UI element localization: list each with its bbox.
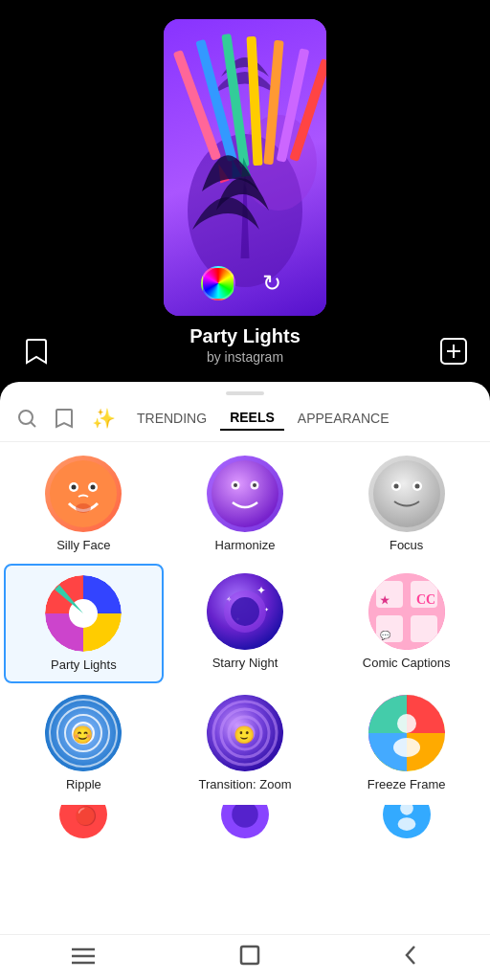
partial-row: 🔴	[0, 805, 490, 853]
tabs-row: ✨ TRENDING REELS APPEARANCE	[0, 395, 490, 442]
tab-appearance[interactable]: APPEARANCE	[288, 407, 399, 430]
tab-trending[interactable]: TRENDING	[127, 407, 216, 430]
effect-item-transition-zoom[interactable]: 🙂 Transition: Zoom	[166, 685, 325, 801]
transition-zoom-icon: 🙂	[207, 695, 283, 771]
svg-text:😊: 😊	[72, 724, 94, 746]
svg-point-28	[253, 483, 256, 487]
ripple-label: Ripple	[66, 777, 101, 791]
freeze-frame-label: Freeze Frame	[368, 777, 446, 791]
transition-zoom-label: Transition: Zoom	[198, 777, 291, 791]
effect-item-party-lights[interactable]: Party Lights	[4, 564, 164, 683]
effect-item-ripple[interactable]: 😊 Ripple	[4, 685, 164, 801]
tab-sparkle-icon[interactable]: ✨	[84, 403, 123, 434]
svg-point-23	[76, 503, 91, 513]
featured-subtitle: by instagram	[0, 349, 490, 365]
svg-point-21	[72, 485, 77, 490]
color-wheel-icon[interactable]	[201, 266, 235, 301]
nav-menu-icon[interactable]	[72, 946, 95, 970]
silly-face-icon	[45, 456, 122, 532]
party-lights-icon	[45, 575, 122, 652]
ripple-icon: 😊	[45, 695, 122, 771]
harmonize-icon	[207, 456, 283, 532]
featured-card[interactable]: ↻	[164, 19, 326, 316]
svg-point-74	[397, 817, 415, 831]
add-button-right[interactable]	[436, 334, 471, 368]
effect-item-comic-captions[interactable]: CC ★ 💬 Comic Captions	[326, 564, 486, 683]
svg-point-32	[393, 484, 398, 489]
partial-item-1[interactable]: 🔴	[4, 805, 164, 853]
harmonize-label: Harmonize	[215, 538, 276, 552]
bookmark-button-left[interactable]	[19, 334, 54, 368]
svg-point-16	[19, 411, 33, 424]
focus-label: Focus	[390, 538, 423, 552]
tab-reels[interactable]: REELS	[220, 406, 284, 431]
party-lights-label: Party Lights	[51, 657, 117, 672]
comic-captions-icon: CC ★ 💬	[368, 573, 445, 650]
svg-point-27	[234, 483, 237, 487]
silly-face-label: Silly Face	[56, 538, 110, 552]
effects-grid: Silly Face	[0, 442, 490, 805]
svg-point-22	[91, 485, 96, 490]
svg-rect-78	[241, 947, 258, 964]
partial-item-3[interactable]	[326, 805, 486, 853]
bottom-sheet: ✨ TRENDING REELS APPEARANCE Silly Face	[0, 382, 490, 980]
svg-point-29	[373, 460, 440, 527]
nav-back-icon[interactable]	[405, 945, 418, 971]
featured-title: Party Lights	[0, 325, 490, 347]
svg-text:💬: 💬	[380, 630, 391, 641]
svg-point-66	[397, 714, 416, 733]
svg-point-24	[212, 460, 278, 527]
svg-text:★: ★	[380, 594, 390, 606]
tab-search-icon[interactable]	[10, 405, 44, 432]
effect-item-silly-face[interactable]: Silly Face	[4, 446, 164, 562]
focus-icon	[368, 456, 445, 532]
effect-item-focus[interactable]: Focus	[326, 446, 486, 562]
starry-night-label: Starry Night	[212, 656, 278, 670]
effect-item-harmonize[interactable]: Harmonize	[166, 446, 325, 562]
starry-night-icon: ✦ ✦ ✦ ✦	[207, 573, 283, 650]
refresh-icon[interactable]: ↻	[255, 266, 289, 301]
card-controls: ↻	[201, 266, 289, 301]
bottom-nav	[0, 934, 490, 980]
svg-point-33	[414, 484, 419, 489]
svg-rect-48	[411, 615, 437, 642]
featured-section: ↻ Party Lights by instagram	[0, 0, 490, 376]
nav-home-icon[interactable]	[239, 945, 260, 971]
effect-item-starry-night[interactable]: ✦ ✦ ✦ ✦ Starry Night	[166, 564, 325, 683]
partial-item-2[interactable]	[166, 805, 325, 853]
tab-bookmark-icon[interactable]	[48, 404, 80, 433]
svg-text:CC: CC	[416, 592, 435, 607]
svg-text:🔴: 🔴	[76, 805, 99, 827]
svg-text:🙂: 🙂	[234, 724, 256, 746]
effect-item-freeze-frame[interactable]: Freeze Frame	[326, 685, 486, 801]
comic-captions-label: Comic Captions	[363, 656, 451, 670]
svg-point-67	[393, 738, 420, 757]
svg-point-18	[50, 460, 117, 527]
svg-line-17	[31, 422, 35, 427]
svg-point-43	[231, 597, 259, 626]
freeze-frame-icon	[368, 695, 445, 771]
